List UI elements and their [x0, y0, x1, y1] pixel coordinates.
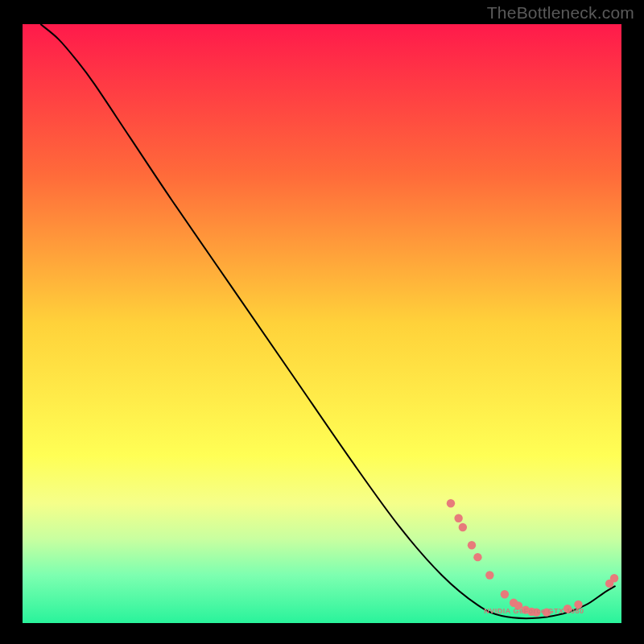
- watermark-text: TheBottleneck.com: [487, 3, 634, 23]
- chart-frame: TheBottleneck.com NVIDIA GeForce GTX 108…: [0, 0, 644, 644]
- data-marker: [459, 523, 467, 531]
- gradient-background: [23, 24, 621, 623]
- chart-svg: [23, 24, 621, 623]
- data-marker: [454, 514, 462, 522]
- data-marker: [485, 571, 493, 579]
- data-marker: [501, 590, 509, 598]
- data-marker: [468, 541, 476, 549]
- series-annotation: NVIDIA GeForce GTX 1080: [484, 607, 584, 615]
- chart-plot: [23, 24, 621, 623]
- data-marker: [473, 553, 481, 561]
- data-marker: [610, 574, 618, 582]
- data-marker: [447, 499, 455, 507]
